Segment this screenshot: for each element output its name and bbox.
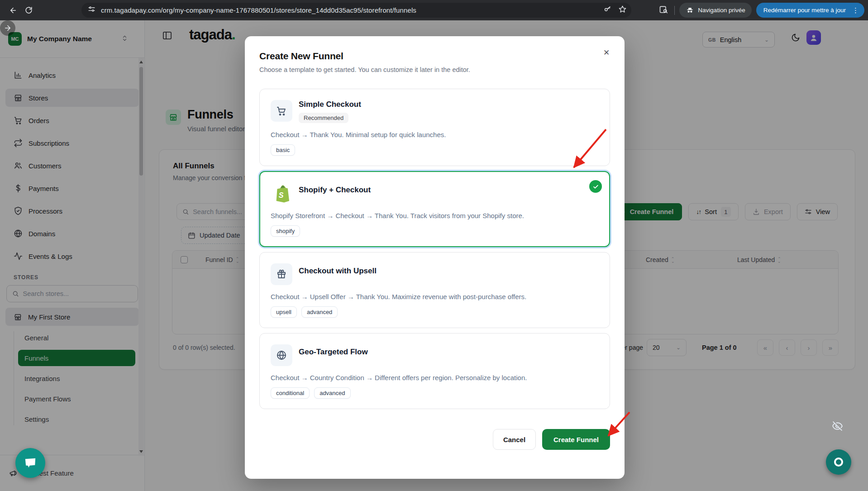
- template-name: Checkout with Upsell: [299, 267, 377, 276]
- address-bar[interactable]: crm.tagadapay.com/org/my-company-name-17…: [81, 3, 631, 18]
- template-card-shopify-checkout[interactable]: S Shopify + Checkout Shopify Storefront …: [259, 171, 610, 247]
- restart-update-label: Redémarrer pour mettre à jour: [763, 7, 846, 14]
- chat-bubble-icon: [24, 457, 37, 469]
- browser-menu-icon[interactable]: ⋮: [850, 7, 861, 14]
- template-tag: advanced: [301, 306, 338, 318]
- template-name: Geo-Targeted Flow: [299, 348, 368, 357]
- restart-update-button[interactable]: Redémarrer pour mettre à jour ⋮: [756, 3, 864, 18]
- template-description: Checkout → Country Condition → Different…: [271, 374, 599, 381]
- session-widget-button[interactable]: [826, 449, 851, 475]
- template-tag: basic: [271, 144, 295, 156]
- cancel-button[interactable]: Cancel: [493, 429, 536, 450]
- template-description: Checkout → Upsell Offer → Thank You. Max…: [271, 293, 599, 300]
- incognito-label: Navigation privée: [698, 7, 745, 14]
- template-icon-box: [271, 100, 292, 122]
- template-name: Simple Checkout: [299, 100, 361, 109]
- template-card-simple-checkout[interactable]: Simple Checkout Recommended Checkout → T…: [259, 89, 610, 166]
- bookmark-star-icon[interactable]: [618, 5, 627, 15]
- ring-icon: [834, 458, 843, 467]
- template-tag: advanced: [314, 387, 350, 399]
- gift-icon: [276, 269, 287, 280]
- template-icon-box: [271, 344, 292, 366]
- template-icon-box: [271, 263, 292, 285]
- modal-subtitle: Choose a template to get started. You ca…: [259, 66, 610, 73]
- incognito-icon: [686, 6, 694, 14]
- browser-toolbar: crm.tagadapay.com/org/my-company-name-17…: [0, 0, 868, 20]
- template-tag: shopify: [271, 225, 300, 237]
- svg-text:S: S: [279, 191, 284, 199]
- hide-widget-icon[interactable]: [832, 420, 843, 434]
- create-funnel-submit-button[interactable]: Create Funnel: [542, 429, 610, 450]
- modal-title: Create New Funnel: [259, 51, 610, 62]
- template-card-geo-targeted-flow[interactable]: Geo-Targeted Flow Checkout → Country Con…: [259, 333, 610, 409]
- reload-icon[interactable]: [21, 3, 36, 18]
- shopify-logo-icon: S: [273, 184, 290, 203]
- reading-mode-icon[interactable]: [659, 5, 668, 16]
- template-name: Shopify + Checkout: [299, 186, 371, 195]
- back-icon[interactable]: [5, 3, 21, 18]
- toolbar-separator: [674, 6, 675, 15]
- close-icon[interactable]: ✕: [600, 46, 613, 59]
- selected-check-icon: [589, 180, 602, 193]
- shopping-cart-icon: [276, 105, 287, 116]
- template-description: Checkout → Thank You. Minimal setup for …: [271, 131, 599, 138]
- globe-icon: [276, 350, 287, 361]
- create-funnel-modal: ✕ Create New Funnel Choose a template to…: [245, 36, 625, 479]
- template-list: Simple Checkout Recommended Checkout → T…: [259, 89, 610, 409]
- site-info-icon[interactable]: [88, 5, 95, 15]
- recommended-badge: Recommended: [299, 113, 348, 123]
- template-tag: upsell: [271, 306, 297, 318]
- template-icon-box: S: [271, 182, 292, 204]
- template-description: Shopify Storefront → Checkout → Thank Yo…: [271, 212, 599, 219]
- template-card-checkout-upsell[interactable]: Checkout with Upsell Checkout → Upsell O…: [259, 252, 610, 328]
- screen: crm.tagadapay.com/org/my-company-name-17…: [0, 0, 868, 491]
- password-key-icon[interactable]: [603, 5, 612, 15]
- forward-icon[interactable]: [0, 20, 15, 36]
- incognito-badge: Navigation privée: [679, 3, 751, 18]
- url-text[interactable]: crm.tagadapay.com/org/my-company-name-17…: [101, 6, 416, 14]
- template-tag: conditional: [271, 387, 310, 399]
- chat-widget-button[interactable]: [15, 448, 45, 478]
